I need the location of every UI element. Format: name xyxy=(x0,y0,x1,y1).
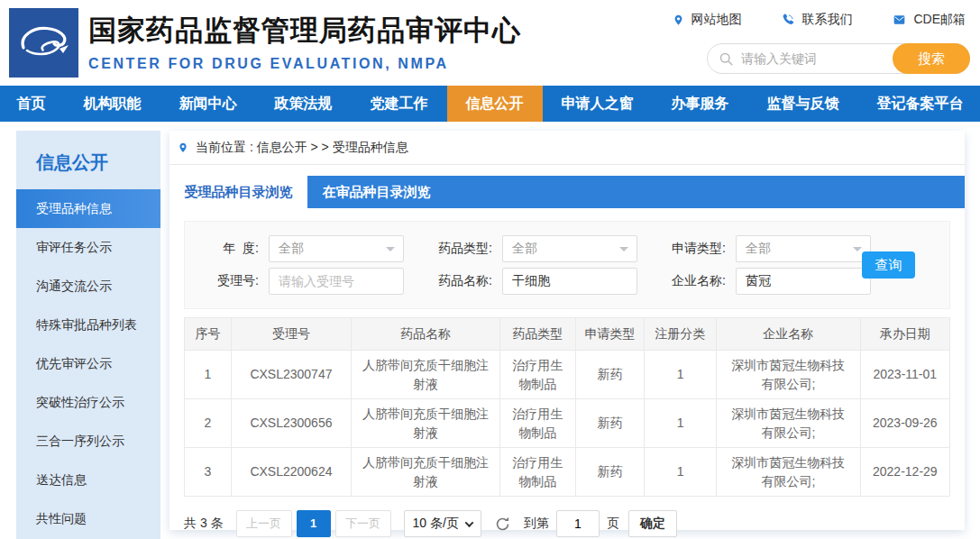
pagination: 共 3 条 上一页 1 下一页 10 条/页 到第 页 确定 xyxy=(184,510,950,537)
cell-index: 2 xyxy=(185,399,232,448)
page-size-value: 10 条/页 xyxy=(413,516,459,532)
site-title-block: 国家药品监督管理局药品审评中心 CENTER FOR DRUG EVALUATI… xyxy=(88,12,521,72)
sidebar-item-special-approval[interactable]: 特殊审批品种列表 xyxy=(16,306,160,344)
col-header-drug-type: 药品类型 xyxy=(499,318,575,351)
col-header-apply-type: 申请类型 xyxy=(575,318,644,351)
nav-item-info-disclosure[interactable]: 信息公开 xyxy=(447,86,543,122)
nav-item-applicant-window[interactable]: 申请人之窗 xyxy=(543,86,653,122)
nav-item-policy[interactable]: 政策法规 xyxy=(256,86,352,122)
sidebar-item-accepted-varieties[interactable]: 受理品种信息 xyxy=(16,189,160,228)
cell-reg-class: 1 xyxy=(645,399,717,448)
query-button[interactable]: 查询 xyxy=(862,251,915,279)
drug-type-select[interactable]: 全部 xyxy=(502,235,637,262)
mailbox-label: CDE邮箱 xyxy=(913,12,966,28)
nav-item-home[interactable]: 首页 xyxy=(0,86,65,122)
acceptance-no-label: 受理号: xyxy=(194,273,259,289)
location-pin-icon xyxy=(178,141,188,155)
swan-logo-icon xyxy=(9,8,78,78)
page-header: 国家药品监督管理局药品审评中心 CENTER FOR DRUG EVALUATI… xyxy=(0,0,980,86)
sidebar-item-common-issues[interactable]: 共性问题 xyxy=(16,499,160,538)
sidebar-item-breakthrough-therapy[interactable]: 突破性治疗公示 xyxy=(16,383,160,422)
drug-name-label: 药品名称: xyxy=(427,273,492,289)
nav-item-services[interactable]: 办事服务 xyxy=(653,86,748,122)
goto-label: 到第 xyxy=(524,516,549,532)
search-icon xyxy=(719,51,734,67)
header-quick-links: 网站地图 联系我们 CDE邮箱 xyxy=(673,12,966,28)
sidebar-item-three-in-one[interactable]: 三合一序列公示 xyxy=(16,422,160,461)
col-header-company: 企业名称 xyxy=(717,318,861,351)
col-header-acceptance-no: 受理号 xyxy=(231,318,351,351)
tab-under-review-catalog[interactable]: 在审品种目录浏览 xyxy=(307,176,445,208)
company-name-input[interactable] xyxy=(736,268,871,295)
year-select-value: 全部 xyxy=(279,241,304,257)
cell-company: 深圳市茵冠生物科技有限公司; xyxy=(717,351,861,399)
breadcrumb: 当前位置 : 信息公开 > > 受理品种信息 xyxy=(169,131,965,165)
drug-type-select-value: 全部 xyxy=(512,241,537,257)
cell-drug-type: 治疗用生物制品 xyxy=(499,399,575,448)
breadcrumb-text: 当前位置 : 信息公开 > > 受理品种信息 xyxy=(196,140,408,156)
search-input[interactable] xyxy=(734,51,893,66)
results-table-wrap: 序号 受理号 药品名称 药品类型 申请类型 注册分类 企业名称 承办日期 1 C… xyxy=(184,317,950,497)
chevron-down-icon xyxy=(386,247,395,256)
sidebar-title: 信息公开 xyxy=(16,131,160,189)
year-label: 年 度: xyxy=(194,241,259,257)
cell-index: 1 xyxy=(185,351,232,399)
sitemap-link[interactable]: 网站地图 xyxy=(673,12,741,28)
cell-drug-name: 人脐带间充质干细胞注射液 xyxy=(352,399,500,448)
contact-link[interactable]: 联系我们 xyxy=(781,12,852,28)
cell-drug-name: 人脐带间充质干细胞注射液 xyxy=(352,448,500,497)
contact-label: 联系我们 xyxy=(801,12,852,28)
chevron-down-icon xyxy=(853,247,862,256)
cell-acceptance-no: CXSL2200624 xyxy=(231,448,351,497)
map-pin-icon xyxy=(673,13,684,28)
chevron-down-icon xyxy=(464,518,473,527)
table-row: 2 CXSL2300656 人脐带间充质干细胞注射液 治疗用生物制品 新药 1 … xyxy=(185,399,950,448)
filter-row-2: 受理号: 药品名称: 企业名称: xyxy=(194,268,949,295)
page-size-select[interactable]: 10 条/页 xyxy=(404,510,481,537)
drug-name-input[interactable] xyxy=(502,268,637,295)
phone-icon xyxy=(781,13,795,27)
company-name-label: 企业名称: xyxy=(661,273,726,289)
cell-apply-type: 新药 xyxy=(575,351,644,399)
cell-drug-name: 人脐带间充质干细胞注射液 xyxy=(352,351,500,399)
main-panel: 当前位置 : 信息公开 > > 受理品种信息 受理品种目录浏览 在审品种目录浏览… xyxy=(169,131,965,530)
sidebar-item-priority-review[interactable]: 优先审评公示 xyxy=(16,344,160,383)
results-table: 序号 受理号 药品名称 药品类型 申请类型 注册分类 企业名称 承办日期 1 C… xyxy=(184,317,950,497)
next-page-button[interactable]: 下一页 xyxy=(335,510,391,537)
confirm-button[interactable]: 确定 xyxy=(628,510,677,537)
mailbox-link[interactable]: CDE邮箱 xyxy=(892,12,966,28)
cell-company: 深圳市茵冠生物科技有限公司; xyxy=(717,448,861,497)
mail-icon xyxy=(892,14,907,26)
cell-reg-class: 1 xyxy=(645,351,717,399)
cell-drug-type: 治疗用生物制品 xyxy=(499,351,575,399)
goto-page-input[interactable] xyxy=(556,510,600,537)
sidebar-item-review-tasks[interactable]: 审评任务公示 xyxy=(16,228,160,267)
current-page-button[interactable]: 1 xyxy=(297,510,331,537)
sidebar-item-delivery-info[interactable]: 送达信息 xyxy=(16,461,160,499)
cell-company: 深圳市茵冠生物科技有限公司; xyxy=(717,399,861,448)
prev-page-button[interactable]: 上一页 xyxy=(236,510,292,537)
sidebar: 信息公开 受理品种信息 审评任务公示 沟通交流公示 特殊审批品种列表 优先审评公… xyxy=(16,131,160,539)
nav-item-party-building[interactable]: 党建工作 xyxy=(352,86,447,122)
sitemap-label: 网站地图 xyxy=(691,12,741,28)
filter-panel: 年 度: 全部 药品类型: 全部 申请类型: 全部 受理号: 药品名称: xyxy=(184,221,950,309)
nav-item-functions[interactable]: 机构职能 xyxy=(65,86,160,122)
search-button[interactable]: 搜索 xyxy=(893,43,970,74)
filter-row-1: 年 度: 全部 药品类型: 全部 申请类型: 全部 xyxy=(194,235,949,262)
tab-accepted-catalog[interactable]: 受理品种目录浏览 xyxy=(169,176,307,208)
refresh-icon[interactable] xyxy=(494,516,511,533)
cell-index: 3 xyxy=(185,448,232,497)
cell-acceptance-no: CXSL2300656 xyxy=(231,399,351,448)
nav-item-registration-platform[interactable]: 登记备案平台 xyxy=(858,86,980,122)
year-select[interactable]: 全部 xyxy=(269,235,404,262)
cde-logo xyxy=(9,8,78,78)
nav-item-supervision-feedback[interactable]: 监督与反馈 xyxy=(748,86,858,122)
acceptance-no-input[interactable] xyxy=(269,268,404,295)
cell-acceptance-no: CXSL2300747 xyxy=(231,351,351,399)
nav-item-news[interactable]: 新闻中心 xyxy=(160,86,256,122)
apply-type-select[interactable]: 全部 xyxy=(736,235,871,262)
cell-apply-type: 新药 xyxy=(575,448,644,497)
apply-type-select-value: 全部 xyxy=(746,241,771,257)
sidebar-item-communication[interactable]: 沟通交流公示 xyxy=(16,267,160,306)
table-row: 1 CXSL2300747 人脐带间充质干细胞注射液 治疗用生物制品 新药 1 … xyxy=(185,351,950,399)
